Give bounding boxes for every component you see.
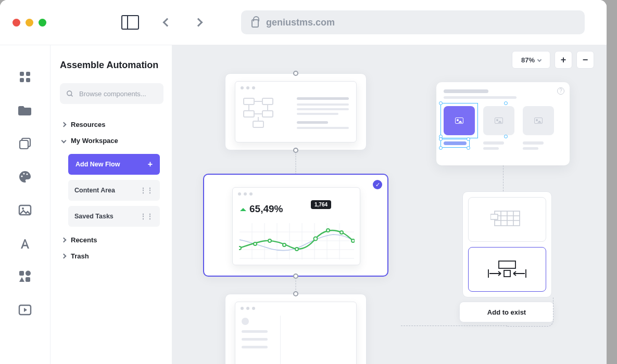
- tree-resources[interactable]: Resources: [60, 116, 163, 133]
- tool-rail: [0, 45, 50, 364]
- thumb-3[interactable]: [523, 106, 554, 135]
- svg-point-12: [26, 271, 31, 276]
- flow-node-list[interactable]: [225, 294, 367, 364]
- add-new-flow-button[interactable]: Add New Flow +: [68, 154, 160, 175]
- close-window-button[interactable]: [12, 19, 20, 27]
- flow-node-diagram[interactable]: [225, 73, 367, 150]
- layout-option-spacing[interactable]: [468, 247, 546, 292]
- panel-title: Assemble Automation: [60, 60, 163, 71]
- zoom-in-button[interactable]: +: [555, 51, 572, 69]
- text-icon[interactable]: [17, 236, 33, 251]
- window-controls: [12, 19, 46, 27]
- svg-point-8: [26, 173, 28, 175]
- zoom-out-button[interactable]: −: [576, 51, 594, 69]
- minimize-window-button[interactable]: [26, 19, 33, 27]
- zoom-select[interactable]: 87%: [512, 51, 550, 69]
- svg-point-40: [340, 231, 343, 234]
- connector: [401, 326, 507, 326]
- chevron-right-icon: [61, 254, 67, 259]
- palette-icon[interactable]: [17, 169, 33, 185]
- port-bottom[interactable]: [293, 148, 298, 153]
- drag-handle-icon[interactable]: ⋮⋮: [140, 213, 154, 220]
- port-top[interactable]: [293, 71, 298, 76]
- chevron-down-icon: [61, 138, 67, 144]
- svg-rect-43: [490, 214, 498, 219]
- tree-recents[interactable]: Recents: [60, 232, 163, 248]
- svg-rect-20: [253, 121, 263, 127]
- check-icon: ✓: [373, 180, 382, 189]
- chart-tooltip: 1,764: [311, 200, 331, 209]
- chevron-right-icon: [61, 238, 67, 243]
- svg-point-35: [268, 239, 271, 242]
- canvas-component-card[interactable]: ?: [436, 82, 570, 165]
- workspace-item-content-area[interactable]: Content Area ⋮⋮: [68, 180, 160, 201]
- svg-rect-1: [26, 72, 30, 76]
- layout-options: [462, 191, 552, 297]
- svg-point-33: [239, 246, 241, 250]
- search-input[interactable]: Browse components...: [60, 83, 163, 104]
- zoom-controls: 87% + −: [512, 51, 594, 69]
- chevron-down-icon: [537, 58, 542, 62]
- trend-up-icon: [240, 205, 246, 211]
- toggle-sidebar-button[interactable]: [121, 15, 139, 30]
- svg-point-37: [295, 248, 298, 251]
- svg-point-7: [23, 173, 24, 174]
- url-text: geniustms.com: [266, 17, 335, 28]
- flow-canvas[interactable]: 87% + −: [172, 45, 607, 364]
- forward-button[interactable]: [194, 18, 203, 27]
- plus-icon: +: [148, 160, 153, 169]
- svg-point-41: [351, 239, 355, 242]
- svg-rect-3: [26, 78, 30, 82]
- video-icon[interactable]: [17, 302, 33, 318]
- svg-rect-16: [244, 98, 254, 105]
- app-window: geniustms.com: [0, 0, 607, 364]
- svg-rect-18: [244, 111, 254, 117]
- svg-rect-13: [26, 277, 30, 282]
- thumb-2[interactable]: [483, 106, 514, 135]
- connector: [507, 297, 553, 327]
- svg-rect-45: [504, 270, 510, 277]
- svg-rect-19: [262, 111, 273, 117]
- drag-handle-icon[interactable]: ⋮⋮: [140, 187, 154, 194]
- address-bar[interactable]: geniustms.com: [241, 10, 585, 34]
- back-button[interactable]: [163, 18, 172, 27]
- maximize-window-button[interactable]: [39, 19, 46, 27]
- svg-point-34: [254, 242, 257, 245]
- connector: [296, 151, 296, 175]
- tree-trash[interactable]: Trash: [60, 248, 163, 264]
- chart-plot: [239, 223, 355, 259]
- svg-rect-0: [20, 72, 24, 76]
- connector: [503, 165, 503, 191]
- titlebar: geniustms.com: [0, 0, 607, 45]
- grid-icon[interactable]: [17, 69, 33, 85]
- image-icon[interactable]: [17, 202, 33, 218]
- flow-node-chart[interactable]: ✓ 65,49% 1,764: [203, 174, 388, 277]
- svg-rect-2: [20, 78, 24, 82]
- svg-point-10: [22, 207, 24, 210]
- svg-rect-44: [499, 261, 515, 268]
- chart-percent: 65,49%: [249, 203, 283, 215]
- shapes-icon[interactable]: [17, 269, 33, 284]
- svg-point-38: [314, 237, 318, 241]
- chevron-right-icon: [61, 122, 67, 127]
- svg-rect-17: [262, 98, 273, 105]
- tree-my-workspace[interactable]: My Workspace: [60, 133, 163, 149]
- workspace-item-saved-tasks[interactable]: Saved Tasks ⋮⋮: [68, 206, 160, 227]
- search-icon: [66, 90, 74, 98]
- svg-rect-11: [19, 271, 24, 276]
- layers-icon[interactable]: [17, 136, 33, 151]
- search-placeholder: Browse components...: [79, 90, 146, 98]
- port-top[interactable]: [293, 291, 298, 296]
- layout-option-table[interactable]: [468, 197, 546, 242]
- svg-rect-5: [20, 140, 28, 149]
- components-panel: Assemble Automation Browse components...…: [50, 45, 172, 364]
- help-icon[interactable]: ?: [557, 87, 564, 95]
- svg-point-15: [67, 90, 72, 95]
- lock-icon: [251, 19, 259, 28]
- svg-point-6: [21, 175, 22, 177]
- folder-icon[interactable]: [17, 102, 33, 118]
- svg-point-39: [326, 229, 330, 232]
- svg-point-36: [283, 243, 286, 246]
